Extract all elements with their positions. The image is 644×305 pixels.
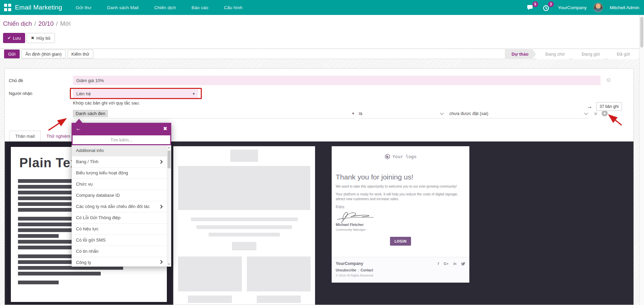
footer-copyright: © 2016 All Rights Reserved — [336, 274, 465, 277]
logo-row: Your logo — [332, 154, 469, 159]
add-rule-icon[interactable]: + — [602, 110, 608, 116]
control-panel: Chiến dịch/20/10/Mới ✔Lưu ✖Hủy bỏ — [0, 15, 644, 49]
statusbar-buttons: Gửi Ấn định (thời gian) Kiểm thử — [4, 50, 93, 58]
contact-link: Contact — [360, 268, 373, 272]
scroll-down-icon[interactable]: ▼ — [167, 263, 171, 265]
nav-item-reporting[interactable]: Báo cáo — [191, 4, 209, 12]
activities-badge: 3 — [548, 1, 554, 7]
nav-menu: Gửi thư Danh sách Mail Chiến dịch Báo cá… — [75, 4, 243, 12]
popup-field-list: Additional info Bang / Tỉnh Biểu tượng k… — [72, 145, 171, 267]
cross-icon: ✖ — [31, 36, 34, 40]
close-icon[interactable]: ✖ — [163, 126, 167, 131]
page-scroll-thumb[interactable] — [640, 17, 643, 47]
app-title[interactable]: Email Marketing — [15, 4, 62, 11]
scroll-thumb[interactable] — [168, 151, 171, 168]
remove-rule-icon[interactable]: ✖ — [594, 111, 598, 116]
list-item[interactable]: Các công ty mà dẫn chiếu đến đối tác — [72, 201, 171, 212]
stage-queued[interactable]: Đang chờ — [536, 49, 572, 59]
list-item[interactable]: Có Lỗi Gửi Thông điệp — [72, 212, 171, 224]
signer-name: Michael Fletcher — [336, 223, 465, 227]
notebook-tabs: Thân mail Thử nghiệm — [9, 129, 76, 141]
list-item[interactable]: Additional info — [72, 145, 171, 156]
button-placeholder — [232, 242, 256, 250]
nav-item-mailing-lists[interactable]: Danh sách Mail — [106, 4, 139, 12]
recipients-label: Người nhận — [9, 91, 32, 96]
schedule-button[interactable]: Ấn định (thời gian) — [21, 50, 66, 58]
stage-sent[interactable]: Đã gửi — [608, 49, 638, 59]
rule-field-select[interactable]: Danh sách đen ▾ — [73, 109, 355, 118]
test-button[interactable]: Kiểm thử — [67, 50, 94, 58]
smiley-icon[interactable]: ☺ — [606, 77, 611, 83]
welcome-paragraph: Your platform is ready for work. It will… — [336, 192, 462, 202]
column-placeholder — [178, 256, 242, 291]
welcome-body: Thank you for joining us! We want to tak… — [332, 173, 469, 246]
welcome-closing: Enjoy, — [336, 205, 465, 209]
rule-field-value: Danh sách đen — [73, 110, 108, 117]
popup-scrollbar[interactable]: ▲ ▼ — [167, 145, 171, 266]
signer-title: Community Manager — [336, 228, 465, 231]
login-button-preview: LOGIN — [390, 237, 411, 246]
chevron-right-icon — [159, 205, 162, 208]
send-button[interactable]: Gửi — [4, 50, 20, 58]
chevron-down-icon — [584, 111, 588, 115]
rule-operator-select[interactable]: là — [359, 109, 445, 118]
form-actions: ✔Lưu ✖Hủy bỏ — [3, 33, 55, 43]
breadcrumb-campaign-2010[interactable]: 20/10 — [38, 20, 54, 27]
stage-pipeline: Dự thảo Đang chờ Đang gửi Đã gửi — [504, 49, 638, 59]
records-count-button[interactable]: 37 bản ghi — [596, 102, 622, 111]
list-item[interactable]: Công ty — [72, 257, 171, 267]
caption-placeholder — [257, 296, 301, 303]
template-welcome[interactable]: Your logo Thank you for joining us! We w… — [332, 146, 469, 283]
tab-ab-testing[interactable]: Thử nghiệm — [41, 131, 76, 141]
stage-sending[interactable]: Đang gửi — [573, 49, 607, 59]
popup-header: ← ✖ — [72, 123, 171, 134]
save-button[interactable]: ✔Lưu — [3, 33, 25, 43]
email-marketing-app: Email Marketing Gửi thư Danh sách Mail C… — [0, 0, 644, 305]
discard-button[interactable]: ✖Hủy bỏ — [26, 33, 55, 43]
activities-clock-icon[interactable]: 3 — [542, 3, 551, 12]
tab-mail-body[interactable]: Thân mail — [9, 131, 41, 141]
check-icon: ✔ — [7, 36, 11, 40]
systray: 5 3 YourCompany Mitchell Admin — [527, 0, 639, 15]
company-switcher[interactable]: YourCompany — [558, 5, 587, 10]
hero-placeholder — [178, 166, 310, 210]
nav-item-configuration[interactable]: Cấu hình — [223, 4, 243, 12]
user-menu[interactable]: Mitchell Admin — [610, 5, 639, 10]
recipients-select[interactable]: Liên hệ ▾ — [73, 89, 198, 98]
breadcrumb-campaigns[interactable]: Chiến dịch — [3, 20, 32, 27]
chevron-down-icon — [440, 111, 444, 115]
messages-badge: 5 — [532, 1, 538, 7]
list-item[interactable]: Company database ID — [72, 190, 171, 201]
list-item[interactable]: Chức vụ — [72, 179, 171, 190]
list-item[interactable]: Biểu tượng kiểu hoạt động — [72, 168, 171, 179]
list-item[interactable]: Có lỗi gửi SMS — [72, 235, 171, 246]
nav-item-mailings[interactable]: Gửi thư — [75, 4, 92, 12]
list-item[interactable]: Bang / Tỉnh — [72, 156, 171, 168]
linkedin-icon: in — [453, 262, 456, 266]
search-input[interactable] — [73, 135, 170, 144]
popup-caret — [76, 119, 82, 123]
caret-down-icon: ▾ — [193, 92, 195, 96]
signature — [336, 209, 376, 224]
template-default[interactable] — [173, 146, 315, 305]
column-placeholder — [247, 256, 311, 291]
welcome-footer: YourCompany f G+ in Unsubscribe|Contact … — [332, 257, 469, 283]
scroll-up-icon[interactable]: ▲ — [167, 146, 171, 149]
welcome-heading: Thank you for joining us! — [336, 173, 465, 181]
avatar[interactable] — [593, 3, 603, 12]
nav-item-campaigns[interactable]: Chiến dịch — [154, 4, 177, 12]
twitter-icon — [461, 262, 465, 266]
list-item[interactable]: Có hiệu lực — [72, 224, 171, 235]
subject-input[interactable] — [73, 76, 601, 85]
page-scrollbar[interactable] — [639, 15, 644, 305]
popup-search-wrap — [72, 134, 171, 145]
facebook-icon: f — [438, 262, 439, 266]
text-line-placeholder — [196, 225, 292, 229]
list-item[interactable]: Có tin nhắn — [72, 246, 171, 257]
stage-draft[interactable]: Dự thảo — [505, 49, 536, 59]
welcome-paragraph: We want to take this opportunity to welc… — [336, 184, 462, 189]
rule-value-select[interactable]: chưa được đặt (sai) — [449, 109, 589, 118]
back-icon[interactable]: ← — [76, 125, 81, 132]
apps-grid-icon[interactable] — [4, 4, 12, 11]
messages-icon[interactable]: 5 — [527, 3, 535, 12]
